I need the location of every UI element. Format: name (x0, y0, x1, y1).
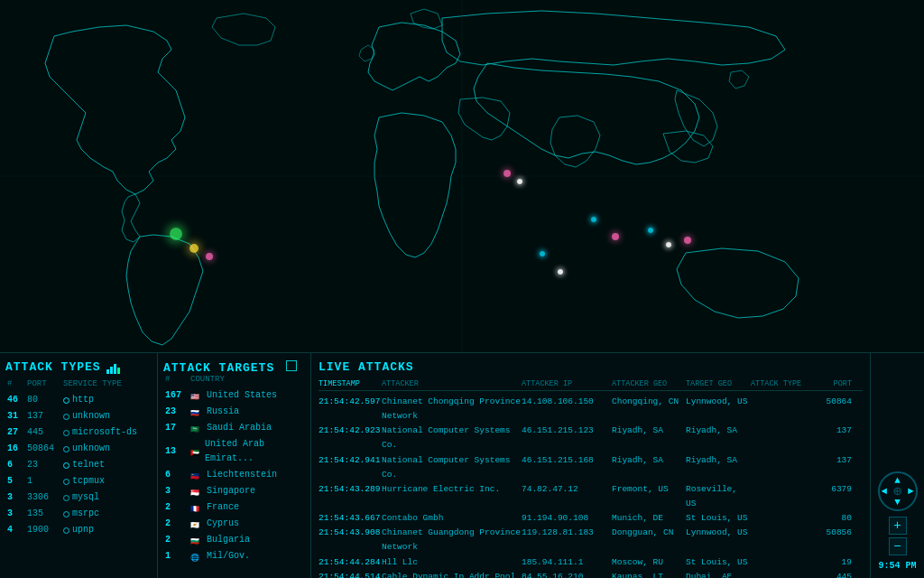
country-flag: 🇺🇸 (190, 392, 203, 400)
attack-target-row: 167 🇺🇸 United States (163, 387, 305, 404)
live-attack-row: 21:54:44.284 Hll Llc 185.94.111.1 Moscow… (319, 555, 863, 570)
attack-dot-ca (206, 253, 213, 260)
attack-target-row: 2 🇧🇬 Bulgaria (163, 532, 305, 548)
country-flag: 🇱🇮 (190, 471, 203, 480)
service-dot (63, 479, 69, 485)
attack-types-col-headers: # PORT SERVICE TYPE (5, 379, 152, 388)
attack-types-title: ATTACK TYPES (5, 360, 101, 374)
service-dot (63, 446, 69, 452)
service-dot (63, 511, 69, 517)
attack-types-panel: ATTACK TYPES # PORT SERVICE TYPE 46 80 h… (0, 353, 158, 578)
service-dot (63, 527, 69, 534)
zoom-controls: + − (889, 517, 907, 555)
live-attack-row: 21:54:43.667 Contabo Gmbh 91.194.90.108 … (319, 511, 863, 526)
live-attacks-title: LIVE ATTACKS (319, 360, 414, 374)
attack-type-row: 4 1900 upnp (5, 522, 152, 538)
attack-target-row: 2 🇨🇾 Cyprus (163, 516, 305, 532)
country-flag: 🇸🇦 (190, 424, 203, 433)
bottom-panels: ATTACK TYPES # PORT SERVICE TYPE 46 80 h… (0, 352, 924, 578)
attack-target-row: 3 🇸🇬 Singapore (163, 483, 305, 499)
zoom-in-button[interactable]: + (889, 517, 907, 535)
live-attacks-header: LIVE ATTACKS (319, 360, 863, 374)
attack-dot-mexico (189, 244, 199, 253)
live-attack-row: 21:54:43.908 Chinanet Guangdong Province… (319, 526, 863, 555)
attack-targets-rows: 167 🇺🇸 United States 23 🇷🇺 Russia 17 🇸🇦 … (163, 387, 305, 564)
nav-down-button[interactable]: ▼ (894, 497, 901, 508)
attack-type-row: 5 1 tcpmux (5, 473, 152, 489)
attack-dot-usa (170, 228, 182, 240)
zoom-out-button[interactable]: − (889, 537, 907, 555)
attack-dot-asia1 (591, 217, 596, 222)
nav-right-button[interactable]: ► (908, 486, 914, 497)
attack-targets-panel: ATTACK TARGETS # COUNTRY 167 🇺🇸 United S… (158, 353, 311, 578)
country-flag: 🇸🇬 (190, 488, 203, 496)
service-dot (63, 430, 69, 436)
live-attacks-panel: LIVE ATTACKS TIMESTAMP ATTACKER ATTACKER… (311, 353, 870, 578)
attack-targets-header: ATTACK TARGETS (163, 360, 305, 375)
attack-dot-india2 (558, 269, 563, 275)
service-dot (63, 414, 69, 420)
live-attacks-table: TIMESTAMP ATTACKER ATTACKER IP ATTACKER … (319, 379, 863, 578)
attack-type-row: 27 445 microsoft-ds (5, 424, 152, 441)
service-dot (63, 462, 69, 469)
country-flag: 🌐 (190, 553, 203, 561)
country-flag: 🇦🇪 (190, 448, 201, 456)
service-dot (63, 495, 69, 501)
attack-type-row: 3 3306 mysql (5, 489, 152, 506)
attack-dot-asia2 (612, 233, 619, 240)
attack-target-row: 13 🇦🇪 United Arab Emirat... (163, 436, 305, 467)
live-attack-row: 21:54:42.923 National Computer Systems C… (319, 424, 863, 452)
nav-left-button[interactable]: ◄ (882, 486, 888, 497)
attack-types-header: ATTACK TYPES (5, 360, 152, 374)
live-attacks-rows: 21:54:42.597 Chinanet Chongqing Province… (319, 395, 863, 578)
right-panel: ▲ ▼ ◄ ► ⊕ + − 9:54 PM (870, 353, 924, 578)
attack-type-row: 16 50864 unknown (5, 441, 152, 457)
country-flag: 🇧🇬 (190, 536, 203, 545)
attack-target-row: 23 🇷🇺 Russia (163, 404, 305, 420)
country-flag: 🇨🇾 (190, 520, 203, 528)
service-dot (63, 397, 69, 404)
attack-type-row: 6 23 telnet (5, 457, 152, 473)
attack-target-row: 1 🌐 Mil/Gov. (163, 548, 305, 564)
live-attack-row: 21:54:43.289 Hurricane Electric Inc. 74.… (319, 482, 863, 511)
live-attack-row: 21:54:44.514 Cable Dynamic Ip Addr Pool … (319, 570, 863, 578)
attack-dot-china1 (648, 228, 653, 233)
target-icon (286, 360, 297, 371)
live-attack-row: 21:54:42.597 Chinanet Chongqing Province… (319, 395, 863, 424)
nav-up-button[interactable]: ▲ (894, 475, 901, 486)
world-map (0, 0, 924, 352)
live-attack-row: 21:54:42.941 National Computer Systems C… (319, 453, 863, 482)
time-display: 9:54 PM (878, 561, 916, 571)
attack-type-row: 31 137 unknown (5, 408, 152, 424)
attack-dot-india1 (540, 251, 545, 256)
attack-target-row: 2 🇫🇷 France (163, 499, 305, 516)
compass-control[interactable]: ▲ ▼ ◄ ► ⊕ (878, 471, 918, 511)
attack-types-rows: 46 80 http 31 137 unknown 27 445 microso… (5, 392, 152, 538)
attack-targets-col-headers: # COUNTRY (163, 375, 305, 384)
attack-type-row: 3 135 msrpc (5, 506, 152, 522)
attack-dot-eu1 (504, 170, 511, 177)
country-flag: 🇷🇺 (190, 408, 203, 416)
attack-target-row: 6 🇱🇮 Liechtenstein (163, 467, 305, 483)
attack-dot-eu2 (517, 179, 522, 184)
attack-target-row: 17 🇸🇦 Saudi Arabia (163, 420, 305, 436)
attack-dot-china2 (666, 242, 671, 247)
attack-targets-title: ATTACK TARGETS (163, 361, 274, 375)
country-flag: 🇫🇷 (190, 504, 203, 512)
live-attacks-col-headers: TIMESTAMP ATTACKER ATTACKER IP ATTACKER … (319, 379, 863, 391)
bar-chart-icon (106, 361, 120, 374)
attack-dot-china3 (684, 237, 691, 244)
attack-type-row: 46 80 http (5, 392, 152, 408)
